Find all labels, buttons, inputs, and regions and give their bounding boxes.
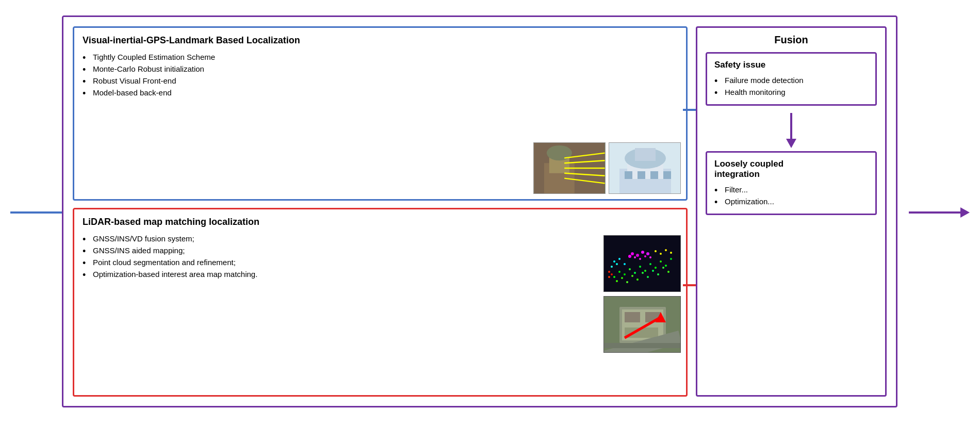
svg-point-48 (644, 255, 646, 257)
svg-point-59 (670, 252, 672, 254)
svg-point-40 (662, 267, 664, 269)
safety-box: Safety issue Failure mode detection Heal… (706, 52, 877, 106)
loosely-coupled-box: Loosely coupledintegration Filter... Opt… (706, 151, 877, 215)
svg-point-51 (613, 260, 615, 263)
svg-point-60 (608, 271, 610, 273)
svg-point-45 (636, 254, 639, 257)
svg-point-50 (649, 256, 651, 258)
svg-point-57 (660, 253, 662, 255)
svg-point-55 (616, 263, 618, 265)
safety-title: Safety issue (714, 60, 868, 70)
svg-point-33 (626, 281, 628, 283)
building-right-svg (609, 143, 681, 194)
loosely-bullet-1: Filter... (714, 184, 868, 195)
arrow-head-right (960, 207, 970, 218)
svg-point-36 (642, 272, 644, 274)
lidar-bullet-list: GNSS/INS/VD fusion system; GNSS/INS aide… (83, 233, 678, 280)
svg-point-58 (665, 249, 667, 251)
purple-down-arrow (786, 113, 796, 148)
loosely-bullet-2: Optimization... (714, 195, 868, 207)
svg-point-19 (613, 276, 615, 278)
svg-rect-16 (650, 171, 658, 179)
lidar-box-title: LiDAR-based map matching localization (83, 217, 678, 227)
svg-rect-18 (604, 236, 681, 292)
inner-layout: Visual-inertial-GPS-Landmark Based Local… (73, 26, 887, 397)
svg-point-34 (631, 275, 633, 277)
svg-point-32 (621, 277, 623, 279)
visual-bullet-2: Monte-Carlo Robust initialization (83, 63, 678, 75)
safety-bullet-list: Failure mode detection Health monitoring (714, 74, 868, 98)
svg-rect-14 (625, 171, 632, 179)
lidar-images (603, 235, 681, 353)
svg-rect-13 (635, 148, 656, 161)
svg-point-54 (611, 266, 613, 268)
visual-box-title: Visual-inertial-GPS-Landmark Based Local… (83, 35, 678, 46)
svg-point-30 (670, 258, 672, 260)
svg-point-41 (667, 271, 669, 273)
fusion-box: Fusion Safety issue Failure mode detecti… (696, 26, 887, 397)
safety-bullet-2: Health monitoring (714, 86, 868, 98)
svg-point-42 (628, 255, 631, 258)
svg-point-47 (641, 251, 644, 254)
svg-point-38 (652, 270, 654, 272)
svg-point-20 (618, 271, 620, 273)
yellow-lines-svg (534, 143, 605, 193)
building-right-image (609, 142, 681, 194)
svg-point-62 (608, 276, 610, 278)
svg-rect-17 (663, 171, 671, 179)
visual-bullet-3: Robust Visual Front-end (83, 75, 678, 87)
fusion-title: Fusion (774, 34, 808, 46)
visual-bullet-4: Model-based back-end (83, 87, 678, 99)
svg-rect-15 (638, 171, 645, 179)
outer-box: Visual-inertial-GPS-Landmark Based Local… (62, 15, 897, 407)
svg-point-24 (639, 266, 641, 268)
svg-rect-66 (625, 312, 640, 322)
svg-point-43 (631, 252, 634, 255)
visual-inertial-box: Visual-inertial-GPS-Landmark Based Local… (73, 26, 688, 201)
arrow-line-right (909, 211, 960, 214)
safety-bullet-1: Failure mode detection (714, 74, 868, 86)
visual-images (533, 142, 681, 194)
svg-point-22 (629, 268, 631, 270)
svg-point-39 (657, 273, 659, 275)
svg-point-29 (665, 265, 667, 267)
purple-arrow-line-down (790, 113, 792, 139)
lidar-bullet-1: GNSS/INS/VD fusion system; (83, 233, 678, 244)
svg-point-53 (624, 263, 626, 265)
right-output-arrow (909, 207, 970, 218)
svg-point-31 (616, 280, 618, 282)
svg-point-28 (660, 260, 662, 263)
left-column: Visual-inertial-GPS-Landmark Based Local… (73, 26, 688, 397)
svg-point-23 (634, 272, 636, 274)
lidar-bullet-2: GNSS/INS aided mapping; (83, 244, 678, 256)
svg-point-52 (618, 258, 620, 260)
arrow-line-left (10, 211, 62, 214)
svg-point-27 (655, 267, 657, 269)
building-left-image (533, 142, 606, 194)
loosely-bullet-list: Filter... Optimization... (714, 184, 868, 207)
lidar-bullet-3: Point cloud segmentation and refinement; (83, 256, 289, 268)
visual-bullet-list: Tightly Coupled Estimation Scheme Monte-… (83, 51, 678, 99)
lidar-box: LiDAR-based map matching localization GN… (73, 208, 688, 397)
svg-point-56 (655, 250, 657, 252)
svg-point-21 (624, 273, 626, 275)
loosely-title: Loosely coupledintegration (714, 159, 868, 179)
svg-point-37 (647, 276, 649, 278)
main-wrapper: Visual-inertial-GPS-Landmark Based Local… (0, 0, 980, 425)
svg-point-3 (547, 145, 572, 160)
aerial-svg (604, 297, 681, 353)
visual-bullet-1: Tightly Coupled Estimation Scheme (83, 51, 678, 63)
point-cloud-svg (604, 236, 681, 292)
svg-rect-70 (604, 343, 681, 348)
svg-point-26 (649, 263, 651, 265)
svg-point-49 (646, 252, 649, 255)
svg-point-61 (611, 273, 613, 275)
svg-point-46 (639, 258, 641, 260)
svg-point-25 (644, 270, 646, 272)
point-cloud-image (603, 235, 681, 292)
lidar-bullet-4: Optimization-based interest area map mat… (83, 268, 289, 280)
aerial-image (603, 296, 681, 353)
svg-point-35 (636, 279, 639, 281)
purple-arrow-head-down (786, 139, 796, 148)
svg-point-44 (634, 256, 636, 258)
